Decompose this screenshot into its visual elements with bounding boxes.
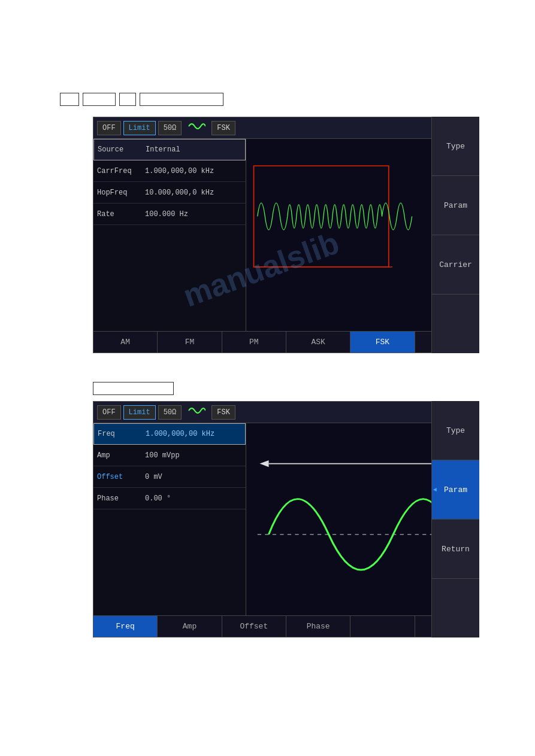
panel1-side-menu: Type Param Carrier xyxy=(431,117,479,353)
panel2-param-row-2[interactable]: Offset 0 mV xyxy=(93,466,246,488)
panel1-side-carrier[interactable]: Carrier xyxy=(432,235,479,294)
box-1 xyxy=(60,93,79,106)
panel2-limit-btn[interactable]: Limit xyxy=(123,405,156,420)
tab2-phase[interactable]: Phase xyxy=(286,616,350,637)
tab-fsk[interactable]: FSK xyxy=(350,332,415,353)
tab-am[interactable]: AM xyxy=(93,332,158,353)
arrow-right-icon: ◄ xyxy=(433,487,437,493)
panel1-tabs: AM FM PM ASK FSK PSK xyxy=(93,331,479,353)
panel2-fsk-btn[interactable]: FSK xyxy=(211,405,235,420)
panel1-label-2: HopFreq xyxy=(97,189,140,197)
panel1-limit-btn[interactable]: Limit xyxy=(123,121,156,135)
panel1-value-0: Internal xyxy=(146,145,180,154)
panel2-side-return[interactable]: Return xyxy=(432,520,479,579)
panel2-label-1: Amp xyxy=(97,451,140,460)
panel2-param-row-0[interactable]: Freq 1.000,000,00 kHz xyxy=(93,423,246,445)
panel2-side-type[interactable]: Type xyxy=(432,401,479,460)
panel2-side-empty xyxy=(432,579,479,637)
panel1-side-empty xyxy=(432,294,479,353)
panel1-side-type[interactable]: Type xyxy=(432,117,479,176)
panel1-param-row-0[interactable]: Source Internal xyxy=(93,139,246,160)
panel1-side-param[interactable]: Param xyxy=(432,176,479,235)
panel2-param-row-3[interactable]: Phase 0.00 ° xyxy=(93,488,246,509)
panel1-content: Source Internal CarrFreq 1.000,000,00 kH… xyxy=(93,139,479,331)
panel2-main: OFF Limit 50Ω FSK Freq 1.000,000,00 kHz … xyxy=(93,401,479,637)
panel2-wrapper: OFF Limit 50Ω FSK Freq 1.000,000,00 kHz … xyxy=(93,401,479,637)
panel2-value-3: 0.00 ° xyxy=(145,494,171,503)
panel1-header: OFF Limit 50Ω FSK xyxy=(93,117,479,139)
top-boxes xyxy=(60,93,223,106)
panel2-label-3: Phase xyxy=(97,494,140,503)
panel1-param-row-3[interactable]: Rate 100.000 Hz xyxy=(93,204,246,225)
panel2-label-0: Freq xyxy=(98,430,141,438)
tab2-offset[interactable]: Offset xyxy=(222,616,286,637)
panel1-value-1: 1.000,000,00 kHz xyxy=(145,167,214,175)
tab-pm[interactable]: PM xyxy=(222,332,286,353)
box-2 xyxy=(83,93,116,106)
box-3 xyxy=(119,93,136,106)
panel2-value-1: 100 mVpp xyxy=(145,451,180,460)
tab2-empty1 xyxy=(350,616,415,637)
panel1-label-1: CarrFreq xyxy=(97,167,140,175)
panel2-param-table: Freq 1.000,000,00 kHz Amp 100 mVpp Offse… xyxy=(93,423,246,615)
panel1-label-3: Rate xyxy=(97,210,140,218)
panel1-param-table: Source Internal CarrFreq 1.000,000,00 kH… xyxy=(93,139,246,331)
tab2-amp[interactable]: Amp xyxy=(158,616,222,637)
tab-fm[interactable]: FM xyxy=(158,332,222,353)
panel1-param-row-1[interactable]: CarrFreq 1.000,000,00 kHz xyxy=(93,160,246,182)
panel2-wave-icon xyxy=(184,405,209,420)
box-4 xyxy=(140,93,223,106)
panel1-main: OFF Limit 50Ω FSK Source Internal CarrFr… xyxy=(93,117,479,353)
panel2-value-2: 0 mV xyxy=(145,473,162,481)
tab-ask[interactable]: ASK xyxy=(286,332,350,353)
panel2-off-btn[interactable]: OFF xyxy=(97,405,121,420)
panel1-fsk-btn[interactable]: FSK xyxy=(211,121,235,135)
tab2-freq[interactable]: Freq xyxy=(93,616,158,637)
panel1-label-0: Source xyxy=(98,145,141,154)
panel2-tabs: Freq Amp Offset Phase xyxy=(93,615,479,637)
panel1-value-2: 10.000,000,0 kHz xyxy=(145,189,214,197)
panel1-impedance-btn[interactable]: 50Ω xyxy=(158,121,182,135)
panel2-side-menu: Type ◄ Param Return xyxy=(431,401,479,637)
panel1-param-row-2[interactable]: HopFreq 10.000,000,0 kHz xyxy=(93,182,246,204)
panel2-param-row-1[interactable]: Amp 100 mVpp xyxy=(93,445,246,466)
svg-marker-3 xyxy=(260,460,269,467)
panel2-side-param[interactable]: ◄ Param xyxy=(432,460,479,520)
panel1-value-3: 100.000 Hz xyxy=(145,210,188,218)
panel2-impedance-btn[interactable]: 50Ω xyxy=(158,405,182,420)
panel2-header: OFF Limit 50Ω FSK xyxy=(93,402,479,423)
panel2-label-2: Offset xyxy=(97,473,140,481)
panel1-wave-icon xyxy=(184,120,209,135)
param-label-box xyxy=(93,382,174,395)
panel2-value-0: 1.000,000,00 kHz xyxy=(146,430,214,438)
panel2-content: Freq 1.000,000,00 kHz Amp 100 mVpp Offse… xyxy=(93,423,479,615)
panel1-wrapper: OFF Limit 50Ω FSK Source Internal CarrFr… xyxy=(93,117,479,353)
panel1-off-btn[interactable]: OFF xyxy=(97,121,121,135)
